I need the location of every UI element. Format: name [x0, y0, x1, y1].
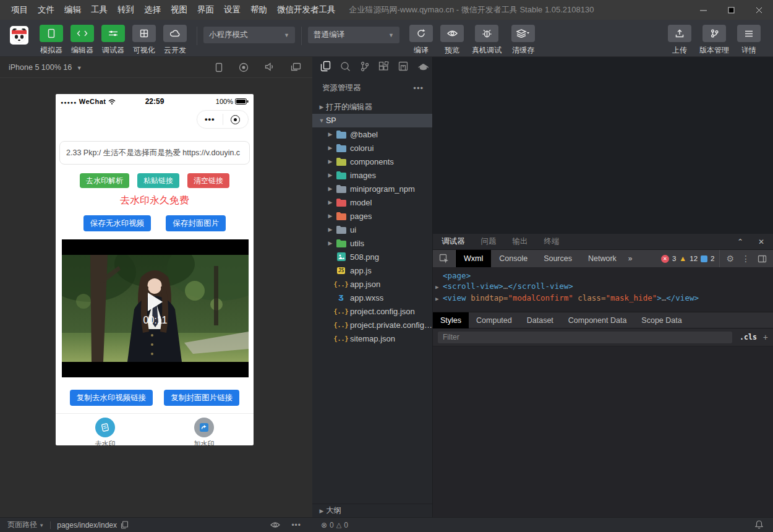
toolbar-simulator-button[interactable]: 模拟器 — [36, 25, 67, 56]
menu-item-10[interactable]: 微信开发者工具 — [272, 4, 341, 15]
multi-window-icon[interactable] — [291, 62, 301, 72]
close-button[interactable] — [745, 0, 773, 20]
tab-add-watermark[interactable]: 加水印 — [179, 418, 229, 445]
project-root-row[interactable]: ▼ SP — [312, 114, 432, 127]
menu-item-2[interactable]: 编辑 — [59, 4, 86, 15]
tab-debugger[interactable]: 调试器 — [442, 236, 465, 247]
menu-item-4[interactable]: 转到 — [113, 4, 139, 15]
user-avatar[interactable] — [10, 26, 28, 45]
tab-styles[interactable]: Styles — [433, 312, 469, 328]
toolbar-debugger-button[interactable]: 调试器 — [98, 25, 129, 56]
menu-item-1[interactable]: 文件 — [33, 4, 59, 15]
compile-button[interactable]: 编译 — [406, 25, 437, 56]
outline-section[interactable]: ▶ 大纲 — [312, 504, 432, 517]
tree-item-ui[interactable]: ▶ui — [312, 223, 432, 236]
more-tabs-icon[interactable]: » — [625, 254, 636, 263]
details-button[interactable]: 详情 — [733, 25, 764, 56]
menu-item-8[interactable]: 设置 — [219, 4, 246, 15]
maximize-button[interactable] — [717, 0, 745, 20]
tab-terminal[interactable]: 终端 — [544, 236, 560, 247]
search-icon[interactable] — [340, 61, 351, 74]
more-status-icon[interactable]: ••• — [291, 521, 301, 530]
save-video-button[interactable]: 保存无水印视频 — [83, 215, 152, 231]
console-badges[interactable]: ✕ 3 ▲ 12 2 — [661, 254, 720, 263]
compile-dropdown[interactable]: 普通编译 ▼ — [308, 27, 399, 43]
toolbar-visualize-button[interactable]: 可视化 — [129, 25, 160, 56]
inspect-element-icon[interactable] — [433, 250, 456, 267]
tab-scope-data[interactable]: Scope Data — [634, 312, 689, 328]
extensions-icon[interactable] — [378, 61, 389, 74]
tree-item-images[interactable]: ▶images — [312, 168, 432, 182]
copy-video-link-button[interactable]: 复制去水印视频链接 — [70, 390, 153, 406]
tree-item-pages[interactable]: ▶pages — [312, 209, 432, 223]
toggle-class-button[interactable]: .cls — [740, 333, 757, 341]
dock-side-icon[interactable] — [758, 255, 767, 263]
tree-item-app.json[interactable]: {..}app.json — [312, 277, 432, 291]
tree-item-components[interactable]: ▶components — [312, 155, 432, 168]
notifications-bell-icon[interactable] — [755, 520, 763, 531]
close-panel-icon[interactable]: ✕ — [758, 238, 764, 246]
tree-item-utils[interactable]: ▶utils — [312, 236, 432, 250]
wxml-line-page[interactable]: <page> — [433, 270, 773, 281]
kebab-menu-icon[interactable]: ⋮ — [741, 254, 750, 264]
tree-item-app.wxss[interactable]: Ʒapp.wxss — [312, 291, 432, 304]
tab-wxml[interactable]: Wxml — [456, 250, 491, 267]
toolbar-editor-button[interactable]: 编辑器 — [67, 25, 98, 56]
menu-item-0[interactable]: 项目 — [6, 4, 33, 15]
tab-dataset[interactable]: Dataset — [519, 312, 561, 328]
copy-cover-link-button[interactable]: 复制封面图片链接 — [164, 390, 239, 406]
tab-sources[interactable]: Sources — [536, 250, 580, 267]
menu-item-7[interactable]: 界面 — [192, 4, 219, 15]
add-style-button[interactable]: + — [763, 332, 768, 342]
wxml-line-view[interactable]: ▶<view bindtap="modalConfirm" class="mas… — [433, 293, 773, 304]
tab-console[interactable]: Console — [491, 250, 536, 267]
problem-counts[interactable]: ⊗ 0 △ 0 — [312, 521, 348, 530]
mute-icon[interactable] — [265, 62, 275, 71]
settings-gear-icon[interactable]: ⚙ — [726, 254, 734, 264]
tab-network[interactable]: Network — [580, 250, 625, 267]
tab-remove-watermark[interactable]: 去水印 — [80, 418, 130, 445]
wxml-line-scrollview[interactable]: ▶<scroll-view>…</scroll-view> — [433, 281, 773, 293]
parse-button-1[interactable]: 粘贴链接 — [137, 173, 179, 188]
tree-item-sitemap.json[interactable]: {..}sitemap.json — [312, 332, 432, 345]
open-editors-section[interactable]: ▶ 打开的编辑器 — [312, 100, 432, 114]
upload-button[interactable]: 上传 — [664, 25, 695, 56]
tab-output[interactable]: 输出 — [513, 236, 528, 247]
menu-item-6[interactable]: 视图 — [166, 4, 192, 15]
tree-item-@babel[interactable]: ▶@babel — [312, 127, 432, 141]
version-control-button[interactable]: 版本管理 — [695, 25, 733, 56]
tree-item-project.config.json[interactable]: {..}project.config.json — [312, 304, 432, 318]
more-actions-icon[interactable]: ••• — [413, 84, 424, 93]
source-control-icon[interactable] — [360, 61, 369, 74]
tab-component-data[interactable]: Component Data — [561, 312, 634, 328]
toolbar-cloud-button[interactable]: 云开发 — [160, 25, 190, 56]
copy-path-icon[interactable] — [121, 521, 128, 529]
styles-filter-input[interactable]: Filter — [438, 332, 732, 343]
tree-item-project.private.config.js[interactable]: {..}project.private.config.js… — [312, 318, 432, 332]
tree-item-508.png[interactable]: 508.png — [312, 250, 432, 264]
clear-cache-button[interactable]: 清缓存 — [506, 25, 540, 56]
capsule-close-button[interactable] — [223, 115, 249, 124]
eye-toggle-icon[interactable] — [270, 521, 280, 528]
minimize-button[interactable] — [690, 0, 717, 20]
remote-debug-button[interactable]: 真机调试 — [468, 25, 506, 56]
tab-computed[interactable]: Computed — [469, 312, 519, 328]
save-cover-button[interactable]: 保存封面图片 — [166, 215, 226, 231]
teapot-icon[interactable] — [417, 62, 429, 74]
menu-item-5[interactable]: 选择 — [139, 4, 166, 15]
link-input[interactable]: 2.33 Pkp:/ 生活不是选择而是热爱 https://v.douyin.c — [59, 141, 250, 165]
tree-item-app.js[interactable]: JSapp.js — [312, 264, 432, 277]
expand-arrow-icon[interactable]: ▶ — [435, 294, 443, 304]
expand-arrow-icon[interactable]: ▶ — [435, 282, 443, 293]
menu-item-3[interactable]: 工具 — [86, 4, 113, 15]
rotate-device-icon[interactable] — [215, 62, 223, 72]
device-selector[interactable]: iPhone 5 100% 16 ▼ — [9, 63, 82, 72]
mode-dropdown[interactable]: 小程序模式 ▼ — [203, 27, 295, 43]
capsule-menu-button[interactable]: ••• — [197, 111, 223, 127]
menu-item-9[interactable]: 帮助 — [246, 4, 272, 15]
video-player[interactable]: 00:11 — [62, 239, 249, 377]
tab-problems[interactable]: 问题 — [481, 236, 497, 247]
tree-item-model[interactable]: ▶model — [312, 195, 432, 209]
play-icon[interactable] — [148, 293, 163, 311]
page-path-selector[interactable]: 页面路径 ▼ — [7, 520, 44, 530]
